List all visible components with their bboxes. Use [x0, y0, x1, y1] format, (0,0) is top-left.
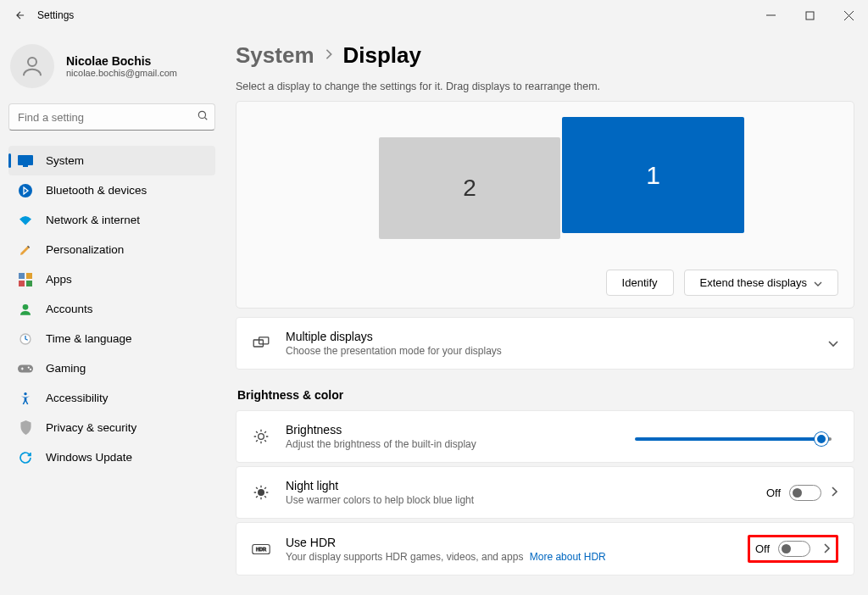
night-light-row[interactable]: Night light Use warmer colors to help bl…: [236, 466, 854, 519]
wifi-icon: [17, 212, 34, 229]
nav-label: Accessibility: [46, 392, 108, 404]
row-title: Use HDR: [286, 536, 748, 549]
chevron-down-icon: [814, 276, 822, 289]
user-profile[interactable]: Nicolae Bochis nicolae.bochis@gmail.com: [8, 39, 215, 103]
sidebar: Nicolae Bochis nicolae.bochis@gmail.com …: [0, 31, 224, 595]
nav-label: Accounts: [46, 303, 93, 315]
window-controls: [751, 0, 868, 31]
svg-rect-22: [259, 337, 269, 344]
apps-icon: [17, 271, 34, 288]
chevron-right-icon: [824, 542, 831, 557]
chevron-right-icon: [325, 48, 333, 64]
back-button[interactable]: [7, 2, 34, 29]
extend-dropdown[interactable]: Extend these displays: [684, 270, 838, 296]
svg-point-5: [198, 111, 205, 118]
sidebar-item-accounts[interactable]: Accounts: [8, 294, 215, 324]
bluetooth-icon: [17, 182, 34, 199]
svg-point-9: [19, 184, 32, 197]
svg-point-23: [259, 434, 264, 440]
extend-label: Extend these displays: [700, 276, 807, 289]
nav-label: Time & language: [46, 332, 132, 345]
svg-point-4: [28, 58, 36, 66]
monitor-2[interactable]: 2: [379, 137, 560, 239]
night-light-icon: [252, 484, 270, 501]
brightness-icon: [252, 428, 270, 445]
system-icon: [17, 153, 34, 170]
page-subtitle: Select a display to change the settings …: [236, 81, 854, 92]
titlebar: Settings: [0, 0, 868, 31]
row-sub: Adjust the brightness of the built-in di…: [286, 438, 635, 450]
chevron-right-icon: [832, 485, 838, 500]
sidebar-item-apps[interactable]: Apps: [8, 264, 215, 294]
svg-rect-21: [253, 340, 263, 347]
user-email: nicolae.bochis@gmail.com: [66, 68, 177, 78]
window-title: Settings: [37, 9, 74, 21]
nav-label: Network & internet: [46, 214, 140, 226]
gaming-icon: [17, 360, 34, 377]
brightness-slider[interactable]: [635, 437, 832, 441]
sidebar-item-privacy[interactable]: Privacy & security: [8, 413, 215, 442]
chevron-down-icon: [828, 336, 838, 351]
nav-label: Privacy & security: [46, 421, 136, 434]
row-title: Brightness: [286, 423, 635, 437]
svg-rect-12: [19, 281, 25, 286]
accessibility-icon: [17, 390, 34, 407]
sidebar-item-gaming[interactable]: Gaming: [8, 353, 215, 383]
sidebar-item-bluetooth[interactable]: Bluetooth & devices: [8, 175, 215, 205]
search-input[interactable]: [8, 103, 215, 131]
breadcrumb-current: Display: [343, 42, 422, 69]
sidebar-item-time[interactable]: Time & language: [8, 324, 215, 353]
svg-line-6: [204, 117, 207, 120]
search-icon: [197, 109, 209, 125]
sidebar-item-update[interactable]: Windows Update: [8, 442, 215, 472]
nav-label: Apps: [46, 273, 72, 286]
sidebar-item-system[interactable]: System: [8, 146, 215, 175]
nav-label: Gaming: [46, 362, 86, 375]
sidebar-item-personalization[interactable]: Personalization: [8, 235, 215, 264]
nav-label: Windows Update: [46, 451, 132, 464]
section-brightness-color: Brightness & color: [237, 388, 854, 402]
multiple-displays-row[interactable]: Multiple displays Choose the presentatio…: [236, 317, 854, 370]
svg-rect-7: [18, 155, 33, 165]
breadcrumb-parent[interactable]: System: [236, 42, 314, 69]
monitor-canvas[interactable]: 2 1: [252, 117, 838, 261]
row-title: Night light: [286, 479, 766, 492]
hdr-row[interactable]: HDR Use HDR Your display supports HDR ga…: [236, 522, 854, 576]
svg-point-19: [30, 368, 31, 370]
clock-icon: [17, 331, 34, 348]
svg-rect-8: [23, 165, 28, 167]
toggle-state: Off: [766, 487, 781, 499]
brightness-row: Brightness Adjust the brightness of the …: [236, 410, 854, 463]
sidebar-item-accessibility[interactable]: Accessibility: [8, 383, 215, 413]
accounts-icon: [17, 301, 34, 318]
close-button[interactable]: [829, 0, 868, 31]
row-sub: Choose the presentation mode for your di…: [286, 345, 818, 357]
sidebar-item-network[interactable]: Network & internet: [8, 205, 215, 235]
row-sub: Your display supports HDR games, videos,…: [286, 551, 748, 563]
identify-button[interactable]: Identify: [606, 270, 674, 296]
display-arrangement-box: 2 1 Identify Extend these displays: [236, 101, 854, 309]
svg-point-24: [259, 490, 264, 496]
maximize-button[interactable]: [790, 0, 829, 31]
avatar: [10, 44, 54, 88]
hdr-more-link[interactable]: More about HDR: [530, 551, 606, 563]
hdr-icon: HDR: [252, 543, 270, 555]
row-sub: Use warmer colors to help block blue lig…: [286, 494, 766, 506]
svg-rect-10: [19, 273, 25, 279]
minimize-button[interactable]: [751, 0, 790, 31]
row-title: Multiple displays: [286, 330, 818, 343]
svg-text:HDR: HDR: [256, 547, 266, 552]
svg-point-20: [24, 392, 26, 395]
user-name: Nicolae Bochis: [66, 54, 177, 68]
monitor-1[interactable]: 1: [562, 117, 744, 233]
svg-point-14: [23, 304, 29, 310]
toggle-state: Off: [755, 542, 770, 555]
nav-label: Bluetooth & devices: [46, 184, 147, 197]
svg-rect-11: [26, 273, 32, 279]
hdr-toggle[interactable]: [778, 541, 810, 557]
breadcrumb: System Display: [236, 42, 854, 69]
svg-point-18: [28, 366, 30, 368]
nav-label: System: [46, 154, 84, 167]
highlight-box: Off: [748, 535, 838, 563]
night-light-toggle[interactable]: [789, 485, 821, 501]
